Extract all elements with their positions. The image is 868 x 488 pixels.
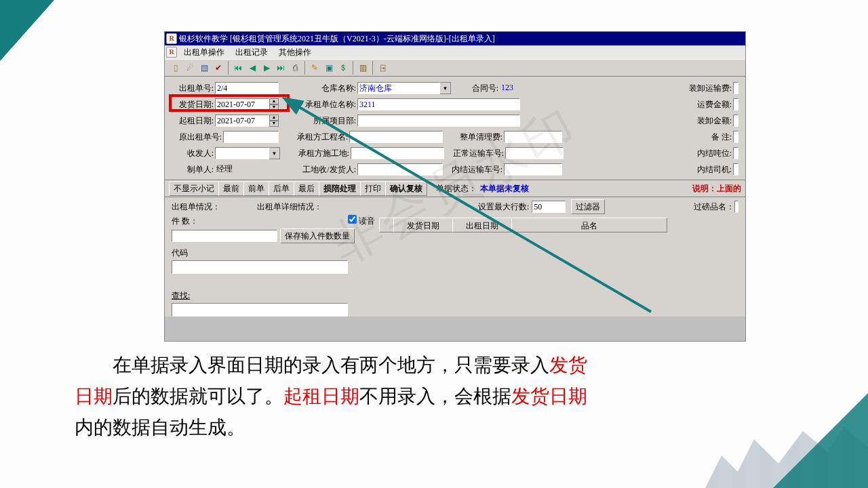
btn-print[interactable]: 打印: [360, 181, 386, 196]
weigh-input[interactable]: [734, 201, 738, 213]
label-load-amt: 装卸金额:: [672, 115, 733, 127]
site-input[interactable]: [351, 147, 444, 159]
in-ton-input[interactable]: [733, 147, 738, 159]
col-ship-date[interactable]: 发货日期: [393, 218, 453, 232]
in-truck-input[interactable]: [504, 163, 562, 176]
label-warehouse: 仓库名称:: [303, 83, 357, 94]
open-icon[interactable]: ☄: [183, 61, 197, 75]
project-input[interactable]: [357, 115, 520, 127]
col-product[interactable]: 品名: [511, 218, 667, 232]
hint-text: 说明：上面的: [692, 183, 741, 195]
label-freight: 运费金额:: [672, 99, 733, 110]
code-input[interactable]: [172, 260, 348, 274]
label-order-no: 出租单号:: [172, 83, 215, 94]
orig-no-input[interactable]: [223, 131, 279, 143]
save-icon[interactable]: ▤: [197, 61, 211, 75]
chevron-down-icon[interactable]: ▼: [440, 82, 451, 94]
lessee-input[interactable]: 3211: [357, 98, 520, 110]
explanation-text: 在单据录入界面日期的录入有两个地方，只需要录入发货日期后的数据就可以了。起租日期…: [75, 350, 793, 443]
col-rent-date[interactable]: 出租日期: [452, 218, 512, 232]
window-title: 银杉软件教学 [银杉租赁管理系统2021丑牛版（V2021-3）-云端标准网络版…: [179, 32, 495, 45]
label-truck: 正常运输车号:: [444, 148, 505, 159]
handler-combo[interactable]: ▼: [215, 147, 280, 159]
label-proj-name: 承租方工程名:: [295, 131, 349, 143]
label-in-driver: 内结司机:: [672, 164, 733, 176]
app-icon: R: [166, 33, 177, 44]
label-weigh: 过磅品名：: [694, 201, 734, 213]
proj-name-input[interactable]: [349, 131, 443, 143]
label-situation: 出租单情况：: [172, 201, 257, 213]
bars-icon[interactable]: ▥: [356, 61, 370, 75]
label-lessee: 承租单位名称:: [303, 99, 357, 110]
menu-rental-ops[interactable]: 出租单操作: [180, 45, 229, 59]
label-search: 查找:: [172, 291, 190, 300]
btn-prev[interactable]: 前单: [243, 181, 269, 196]
label-load-fee: 装卸运输费:: [672, 83, 733, 94]
menu-rental-log[interactable]: 出租记录: [231, 45, 272, 59]
label-site-send: 工地收/发货人:: [295, 164, 357, 176]
label-remark: 备 注:: [672, 131, 733, 143]
remark-input[interactable]: [733, 131, 738, 143]
toolbar: ▯ ☄ ▤ ✔ ⏮ ◀ ▶ ⏭ ⎙ ✎ ▣ ＄ ▥ ⍈: [165, 59, 745, 77]
btn-damage[interactable]: 损陪处理: [319, 181, 361, 196]
btn-filter[interactable]: 过滤器: [571, 199, 605, 214]
load-amt-input[interactable]: [733, 115, 738, 127]
load-fee-input[interactable]: [733, 82, 738, 94]
btn-confirm[interactable]: 确认复核: [385, 181, 427, 196]
label-creator: 制单人:: [172, 164, 215, 176]
menu-other-ops[interactable]: 其他操作: [275, 45, 315, 59]
label-rent-date: 起租日期:: [172, 115, 215, 127]
creator-value: 经理: [215, 163, 279, 176]
label-in-ton: 内结吨位:: [672, 148, 733, 159]
label-maxrow: 设置最大行数:: [478, 201, 529, 213]
new-icon[interactable]: ▯: [169, 61, 182, 75]
edit-icon[interactable]: ✎: [308, 61, 321, 75]
chevron-down-icon[interactable]: ▼: [269, 147, 280, 159]
label-contract: 合同号:: [462, 83, 500, 94]
order-no-input[interactable]: 2/4: [215, 82, 279, 94]
site-send-input[interactable]: [357, 163, 443, 176]
in-driver-input[interactable]: [733, 163, 738, 176]
btn-last[interactable]: 最后: [294, 181, 319, 196]
action-bar: 不显示小记 最前 前单 后单 最后 损陪处理 打印 确认复核 单据状态： 本单据…: [165, 180, 745, 197]
titlebar: R 银杉软件教学 [银杉租赁管理系统2021丑牛版（V2021-3）-云端标准网…: [165, 32, 745, 45]
read-checkbox[interactable]: [348, 215, 357, 224]
spin-down-icon[interactable]: ▼: [269, 104, 279, 110]
label-in-truck: 内结运输车号:: [443, 164, 504, 176]
print-icon[interactable]: ⎙: [288, 61, 302, 75]
label-ship-date: 发货日期:: [172, 99, 215, 110]
label-site: 承租方施工地:: [296, 148, 351, 159]
clean-input[interactable]: [504, 131, 562, 143]
maxrow-input[interactable]: 50: [532, 201, 566, 213]
contract-value: 123: [500, 82, 565, 94]
grid-header: 发货日期 出租日期 品名: [379, 218, 738, 232]
label-clean: 整单清理费:: [443, 131, 504, 143]
last-icon[interactable]: ⏭: [274, 61, 288, 75]
exit-icon[interactable]: ⍈: [376, 61, 389, 75]
first-icon[interactable]: ⏮: [231, 61, 245, 75]
ship-date-input[interactable]: 2021-07-07 ▲▼: [215, 98, 279, 110]
pieces-input[interactable]: [172, 230, 277, 242]
btn-next[interactable]: 后单: [269, 181, 294, 196]
label-code: 代码: [172, 248, 188, 258]
truck-input[interactable]: [505, 147, 564, 159]
label-orig-no: 原出租单号:: [172, 131, 223, 143]
menubar: R 出租单操作 出租记录 其他操作: [165, 45, 745, 59]
form-panel: 出租单号: 2/4 仓库名称: 济南仓库 ▼ 合同号: 123 装卸运输费: 发…: [165, 77, 745, 180]
btn-hide-notes[interactable]: 不显示小记: [169, 181, 219, 196]
cube-icon[interactable]: ▣: [322, 61, 336, 75]
warehouse-combo[interactable]: 济南仓库 ▼: [357, 82, 451, 94]
btn-save-pieces[interactable]: 保存输入件数数量: [280, 228, 355, 243]
btn-first[interactable]: 最前: [218, 181, 244, 196]
next-icon[interactable]: ▶: [260, 61, 273, 75]
money-icon[interactable]: ＄: [336, 61, 350, 75]
prev-icon[interactable]: ◀: [245, 61, 259, 75]
rent-date-input[interactable]: 2021-07-07 ▲▼: [215, 115, 279, 127]
spin-up-icon[interactable]: ▲: [269, 98, 279, 104]
app-window: R 银杉软件教学 [银杉租赁管理系统2021丑牛版（V2021-3）-云端标准网…: [164, 31, 746, 342]
search-input[interactable]: [172, 303, 348, 317]
label-project: 所属项目部:: [303, 115, 357, 127]
app-icon-small: R: [166, 47, 177, 58]
check-icon[interactable]: ✔: [212, 61, 225, 75]
freight-input[interactable]: [733, 98, 738, 110]
